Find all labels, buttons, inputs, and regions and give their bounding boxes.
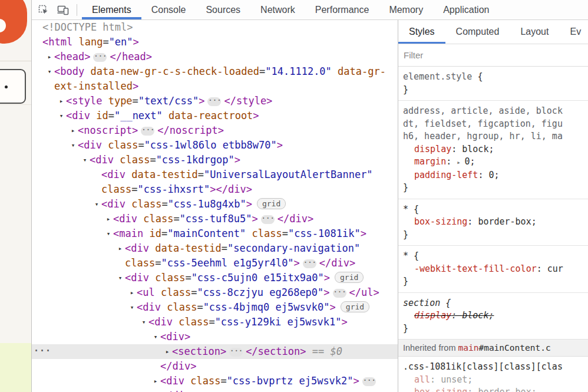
collapse-arrow-icon[interactable]: ▾ <box>81 153 89 167</box>
css-property-line[interactable]: box-sizing: border-box; <box>398 386 588 392</box>
collapse-arrow-icon[interactable]: ▾ <box>104 226 113 241</box>
grid-badge[interactable]: grid <box>341 301 369 312</box>
css-property-line[interactable]: all: unset; <box>398 374 588 387</box>
expand-arrow-icon[interactable]: ▸ <box>163 344 171 359</box>
tab-layout[interactable]: Layout <box>510 20 559 44</box>
dom-tree-row[interactable]: ▸<head>···</head> <box>32 50 398 64</box>
collapse-arrow-icon[interactable]: ▾ <box>140 315 148 330</box>
tab-console[interactable]: Console <box>141 0 196 19</box>
dom-tree-row[interactable]: <!DOCTYPE html> <box>32 20 398 35</box>
grid-badge[interactable]: grid <box>257 198 286 209</box>
css-selector-line[interactable]: } <box>398 182 588 195</box>
styles-filter-input[interactable] <box>398 50 575 60</box>
dom-token: <div> <box>160 331 190 342</box>
ellipsis-expander-icon[interactable]: ··· <box>362 377 376 386</box>
css-selector-line[interactable]: address, article, aside, block <box>398 105 588 118</box>
css-property-line[interactable]: display: block; <box>398 309 588 322</box>
tab-ev[interactable]: Ev <box>559 20 588 44</box>
dom-tree-row[interactable]: ▸<noscript>···</noscript> <box>32 123 398 138</box>
dom-tree-row[interactable]: ext-installed> <box>32 79 398 94</box>
dom-token: "css-1kdrgop" <box>156 154 234 166</box>
css-property-line[interactable]: padding-left: 0; <box>398 169 588 182</box>
tab-styles[interactable]: Styles <box>398 20 445 44</box>
css-selector-line[interactable]: } <box>398 322 588 335</box>
dom-tree-row[interactable]: <html lang="en"> <box>32 35 398 50</box>
row-gutter-menu-icon[interactable]: ··· <box>34 344 51 357</box>
dom-tree-row[interactable]: </div> <box>32 388 398 392</box>
dom-tree-row[interactable]: class="css-5eehml e1g5yr4l0">···</div> <box>32 256 398 271</box>
dom-token: = <box>138 139 144 151</box>
grid-badge[interactable]: grid <box>335 272 364 283</box>
dom-tree-row[interactable]: ▾<div> <box>32 330 398 344</box>
dom-tree-row[interactable]: ▾<div id="__next" data-reactroot> <box>32 108 398 123</box>
expand-arrow-icon[interactable]: ▸ <box>69 123 77 138</box>
tab-network[interactable]: Network <box>250 0 305 19</box>
css-selector-line[interactable]: * { <box>398 203 588 216</box>
dom-tree-row[interactable]: ▾<body data-new-gr-c-s-check-loaded="14.… <box>32 64 398 79</box>
dom-tree-row[interactable]: ▸<div class="css-tuf8u5">···</div> <box>32 212 398 226</box>
dom-tree-row[interactable]: ▾<div class="css-1kdrgop"> <box>32 153 398 167</box>
dom-tree-row[interactable]: ▸<ul class="css-8czjyu eg268ep0">···</ul… <box>32 285 398 300</box>
dom-tree-row[interactable]: ▸<div data-testid="secondary-navigation" <box>32 241 398 256</box>
dom-tree-row[interactable]: ▸<style type="text/css">···</style> <box>32 94 398 108</box>
collapse-arrow-icon[interactable]: ▾ <box>69 138 77 153</box>
dom-tree-row[interactable]: ▾<div class="css-y129ki ej5wsvk1"> <box>32 315 398 330</box>
expand-arrow-icon[interactable]: ▸ <box>116 241 124 256</box>
collapse-arrow-icon[interactable]: ▾ <box>116 271 124 285</box>
css-selector-line[interactable]: section { <box>398 297 588 310</box>
ellipsis-expander-icon[interactable]: ··· <box>303 259 316 268</box>
dom-token: > <box>342 316 348 328</box>
dom-tree-row[interactable]: ▸<div class="css-bvprtz ej5wsvk2">··· <box>32 374 398 388</box>
tab-application[interactable]: Application <box>433 0 499 19</box>
ellipsis-expander-icon[interactable]: ··· <box>229 348 243 357</box>
expand-arrow-icon[interactable]: ▸ <box>151 374 160 388</box>
ellipsis-expander-icon[interactable]: ··· <box>333 289 346 298</box>
dom-tree-row[interactable]: </div> <box>32 359 398 374</box>
collapse-arrow-icon[interactable]: ▾ <box>151 330 160 344</box>
tab-memory[interactable]: Memory <box>379 0 433 19</box>
ellipsis-expander-icon[interactable]: ··· <box>93 53 107 62</box>
ellipsis-expander-icon[interactable]: ··· <box>261 215 275 224</box>
dom-tree-row[interactable]: ▾<main id="mainContent" class="css-1081i… <box>32 226 398 241</box>
inspect-icon[interactable] <box>36 2 51 18</box>
css-selector-line[interactable]: .css-1081ik[class][class][clas <box>398 361 588 374</box>
dom-tree-row[interactable]: ▾<div class="css-4bjmq0 ej5wsvk0">grid <box>32 300 398 315</box>
tab-sources[interactable]: Sources <box>196 0 250 19</box>
css-token: all <box>414 374 430 385</box>
device-toolbar-icon[interactable] <box>55 2 71 18</box>
css-selector-line[interactable]: dt, fieldset, figcaption, figu <box>398 118 588 131</box>
dom-tree-row[interactable]: ▾<div class="css-1wl86lo etbb8w70"> <box>32 138 398 153</box>
css-selector-line[interactable]: * { <box>398 250 588 263</box>
ellipsis-expander-icon[interactable]: ··· <box>207 97 221 106</box>
css-selector-line[interactable]: element.style { <box>398 71 588 84</box>
dom-tree-row[interactable]: ▾<div class="css-c5ujn0 e15itx9a0">grid <box>32 271 398 285</box>
css-selector-line[interactable]: } <box>398 229 588 242</box>
collapse-arrow-icon[interactable]: ▾ <box>128 300 136 315</box>
dom-tree-row-selected[interactable]: ···▸<section>···</section> == $0 <box>32 344 398 359</box>
css-selector-line[interactable]: } <box>398 275 588 288</box>
expand-arrow-icon[interactable]: ▸ <box>128 285 136 300</box>
dom-token: class <box>108 139 138 151</box>
css-selector-line[interactable]: h6, header, hgroup, hr, li, ma <box>398 130 588 143</box>
expand-arrow-icon[interactable]: ▸ <box>57 94 65 108</box>
dom-token: "mainContent" <box>167 228 246 239</box>
expand-arrow-icon[interactable]: ▸ <box>45 50 54 64</box>
tab-elements[interactable]: Elements <box>82 0 141 19</box>
expand-arrow-icon[interactable]: ▸ <box>104 212 113 226</box>
css-rule-section: address, article, aside, blockdt, fields… <box>398 101 588 199</box>
css-property-line[interactable]: box-sizing: border-box; <box>398 216 588 229</box>
css-property-line[interactable]: -webkit-text-fill-color: cur <box>398 263 588 276</box>
dom-tree-row[interactable]: class="css-ihxsrt"></div> <box>32 182 398 197</box>
dom-tree-row[interactable]: ▾<div class="css-1u8g4xb">grid <box>32 197 398 212</box>
inherited-element-link[interactable]: main#mainContent.c <box>458 343 551 353</box>
collapse-arrow-icon[interactable]: ▾ <box>93 197 101 212</box>
collapse-arrow-icon[interactable]: ▾ <box>45 64 54 79</box>
tab-performance[interactable]: Performance <box>305 0 379 19</box>
collapse-arrow-icon[interactable]: ▾ <box>57 108 65 123</box>
css-selector-line[interactable]: } <box>398 84 588 97</box>
dom-tree-row[interactable]: <div data-testid="UniversalLayoutAlertBa… <box>32 167 398 182</box>
css-property-line[interactable]: display: block; <box>398 143 588 156</box>
tab-computed[interactable]: Computed <box>445 20 510 44</box>
ellipsis-expander-icon[interactable]: ··· <box>141 127 154 136</box>
css-property-line[interactable]: margin: ▸ 0; <box>398 156 588 169</box>
